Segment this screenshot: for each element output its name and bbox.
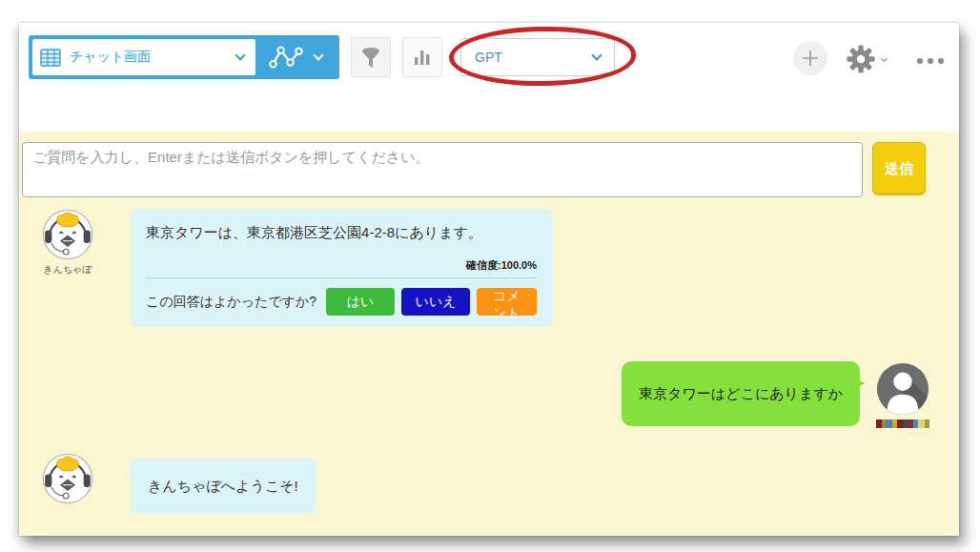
bot-welcome-row: きんちゃぼへようこそ! bbox=[33, 453, 959, 514]
chat-area: 送信 bbox=[19, 132, 959, 536]
feedback-comment-button[interactable]: コメント bbox=[477, 288, 537, 316]
bot-message-row: きんちゃぼ 東京タワーは、東京都港区芝公園4-2-8にあります。 確信度:100… bbox=[33, 209, 959, 327]
send-button[interactable]: 送信 bbox=[872, 142, 926, 195]
add-button[interactable] bbox=[793, 41, 827, 75]
user-message-row: 東京タワーはどこにありますか bbox=[19, 361, 959, 428]
bar-chart-button[interactable] bbox=[402, 37, 442, 77]
ellipsis-icon bbox=[917, 58, 923, 64]
more-options-button[interactable] bbox=[917, 58, 944, 64]
bot-avatar bbox=[42, 453, 93, 504]
visualization-select-button[interactable] bbox=[255, 39, 336, 75]
screen-select-value: チャット画面 bbox=[70, 49, 228, 66]
filter-button[interactable] bbox=[351, 37, 391, 77]
composer: 送信 bbox=[22, 142, 959, 197]
chevron-down-icon bbox=[881, 54, 888, 61]
bar-chart-icon bbox=[412, 47, 433, 68]
bot-message-text: 東京タワーは、東京都港区芝公園4-2-8にあります。 bbox=[146, 224, 537, 242]
bot-message-bubble: 東京タワーは、東京都港区芝公園4-2-8にあります。 確信度:100.0% この… bbox=[131, 209, 552, 327]
settings-button[interactable] bbox=[847, 45, 887, 73]
bubble-divider bbox=[146, 277, 537, 278]
user-message-bubble: 東京タワーはどこにありますか bbox=[622, 361, 860, 426]
feedback-yes-button[interactable]: はい bbox=[326, 288, 395, 316]
table-icon bbox=[40, 49, 61, 67]
screen-select-dropdown[interactable]: チャット画面 bbox=[32, 39, 255, 75]
bot-avatar-block: きんちゃぼ bbox=[33, 209, 102, 276]
filter-icon bbox=[359, 46, 382, 69]
feedback-question: この回答はよかったですか? bbox=[146, 294, 316, 311]
question-input[interactable] bbox=[22, 142, 863, 197]
chevron-down-icon bbox=[591, 50, 602, 60]
model-select-dropdown[interactable]: GPT bbox=[460, 38, 615, 76]
model-select-value: GPT bbox=[475, 50, 502, 65]
plus-icon bbox=[802, 50, 819, 67]
app-window: チャット画面 bbox=[19, 23, 959, 536]
line-chart-icon bbox=[269, 43, 303, 72]
bot-avatar-block bbox=[33, 453, 102, 504]
user-name-pixelated bbox=[876, 419, 929, 428]
user-avatar bbox=[875, 361, 930, 417]
bot-name-label: きんちゃぼ bbox=[43, 263, 92, 276]
chevron-down-icon bbox=[235, 50, 245, 60]
confidence-label: 確信度:100.0% bbox=[146, 258, 537, 273]
screen-combo: チャット画面 bbox=[29, 35, 339, 79]
bot-avatar bbox=[42, 209, 93, 260]
bot-welcome-bubble: きんちゃぼへようこそ! bbox=[131, 459, 316, 514]
user-avatar-block bbox=[875, 361, 930, 428]
gear-icon bbox=[847, 45, 875, 73]
chevron-down-icon bbox=[313, 50, 323, 60]
feedback-row: この回答はよかったですか? はい いいえ コメント bbox=[146, 288, 537, 316]
bot-welcome-text: きんちゃぼへようこそ! bbox=[148, 478, 298, 496]
user-message-text: 東京タワーはどこにありますか bbox=[639, 385, 843, 403]
toolbar: チャット画面 bbox=[19, 23, 959, 132]
feedback-no-button[interactable]: いいえ bbox=[401, 288, 470, 316]
